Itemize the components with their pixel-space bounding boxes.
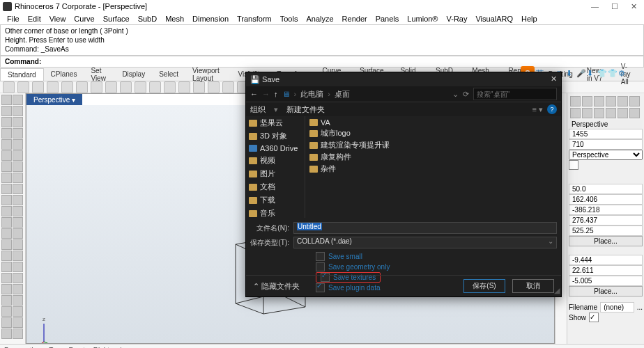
panel-icon[interactable] bbox=[570, 96, 581, 106]
panel-icon[interactable] bbox=[606, 96, 616, 106]
tool-icon[interactable] bbox=[13, 173, 23, 183]
file-VA[interactable]: VA bbox=[307, 118, 560, 127]
nav-dropdown-button[interactable]: ⌄ bbox=[452, 90, 459, 99]
tool-icon[interactable] bbox=[13, 150, 23, 161]
file-list[interactable]: VA城市logo建筑渲染专项提升课康复构件杂件 bbox=[305, 116, 561, 218]
tool-icon[interactable] bbox=[1, 239, 12, 250]
tree-视频[interactable]: 视频 bbox=[246, 154, 305, 167]
menu-tools[interactable]: Tools bbox=[276, 15, 302, 23]
wallpaper-show-checkbox[interactable]: ✓ bbox=[589, 313, 599, 322]
tool-icon[interactable] bbox=[13, 139, 23, 150]
file-康复构件[interactable]: 康复构件 bbox=[307, 151, 560, 163]
tool-icon[interactable] bbox=[13, 251, 23, 261]
panel-icon[interactable] bbox=[618, 108, 628, 118]
minimize-button[interactable]: — bbox=[591, 2, 599, 11]
tool-icon[interactable] bbox=[1, 139, 12, 150]
help-button[interactable]: ? bbox=[547, 104, 557, 114]
nav-forward-button[interactable]: → bbox=[262, 90, 270, 98]
new-folder-button[interactable]: 新建文件夹 bbox=[286, 104, 325, 115]
tool-icon[interactable] bbox=[1, 284, 12, 294]
menu-analyze[interactable]: Analyze bbox=[302, 15, 337, 23]
menu-transform[interactable]: Transform bbox=[233, 15, 276, 23]
menu-help[interactable]: Help bbox=[517, 15, 542, 23]
tool-icon[interactable] bbox=[1, 295, 12, 306]
tool-icon[interactable] bbox=[13, 95, 23, 105]
tool-icon[interactable] bbox=[1, 150, 12, 161]
browse-button[interactable]: ... bbox=[637, 303, 643, 311]
tool-icon[interactable] bbox=[1, 228, 12, 239]
menu-v-ray[interactable]: V-Ray bbox=[442, 15, 471, 23]
tool-icon[interactable] bbox=[13, 284, 23, 294]
tab-display[interactable]: Display bbox=[115, 68, 152, 80]
tool-icon[interactable] bbox=[13, 117, 23, 127]
menu-file[interactable]: File bbox=[3, 15, 24, 23]
menu-view[interactable]: View bbox=[45, 15, 70, 23]
tool-icon[interactable] bbox=[13, 106, 23, 116]
tool-icon[interactable] bbox=[13, 217, 23, 228]
tool-icon[interactable] bbox=[1, 161, 12, 172]
close-button[interactable]: ✕ bbox=[631, 2, 637, 11]
menu-mesh[interactable]: Mesh bbox=[161, 15, 188, 23]
tree-文档[interactable]: 文档 bbox=[246, 180, 305, 193]
toolbar-icon[interactable] bbox=[3, 81, 15, 93]
tool-icon[interactable] bbox=[13, 273, 23, 283]
panel-icon[interactable] bbox=[594, 96, 604, 106]
view-button[interactable]: ≡ ▾ bbox=[532, 105, 543, 114]
viewport-tab-perspective[interactable]: Perspective▾ bbox=[26, 94, 82, 105]
tree-音乐[interactable]: 音乐 bbox=[246, 207, 305, 218]
tool-icon[interactable] bbox=[13, 239, 23, 250]
option-save-geometry-only[interactable]: Save geometry only bbox=[316, 262, 561, 272]
tool-icon[interactable] bbox=[1, 262, 12, 272]
tool-icon[interactable] bbox=[13, 262, 23, 272]
organize-button[interactable]: 组织 bbox=[250, 104, 266, 115]
tool-icon[interactable] bbox=[13, 161, 23, 172]
tool-icon[interactable] bbox=[13, 228, 23, 239]
toolbar-icon[interactable] bbox=[61, 81, 73, 93]
resize-grip-icon[interactable]: ◢ bbox=[554, 286, 560, 295]
tool-icon[interactable] bbox=[1, 106, 12, 116]
toolbar-icon[interactable] bbox=[149, 81, 161, 93]
tree-A360 Drive[interactable]: A360 Drive bbox=[246, 143, 305, 154]
panel-icon[interactable] bbox=[570, 108, 581, 118]
toolbar-icon[interactable] bbox=[120, 81, 132, 93]
menu-edit[interactable]: Edit bbox=[24, 15, 45, 23]
breadcrumb-pc[interactable]: 此电脑 bbox=[300, 89, 323, 100]
tool-icon[interactable] bbox=[1, 217, 12, 228]
file-建筑渲染专项提升课[interactable]: 建筑渲染专项提升课 bbox=[307, 139, 560, 151]
panel-icon[interactable] bbox=[606, 108, 616, 118]
breadcrumb-desktop[interactable]: 桌面 bbox=[335, 89, 350, 100]
tree-下载[interactable]: 下载 bbox=[246, 193, 305, 207]
menu-curve[interactable]: Curve bbox=[70, 15, 98, 23]
menu-lumion®[interactable]: Lumion® bbox=[403, 15, 442, 23]
tool-icon[interactable] bbox=[1, 306, 12, 317]
toolbar-icon[interactable] bbox=[17, 81, 29, 93]
tool-icon[interactable] bbox=[1, 95, 12, 105]
panel-icon[interactable] bbox=[594, 108, 604, 118]
folder-tree[interactable]: 坚果云3D 对象A360 Drive视频图片文档下载音乐桌面 bbox=[246, 116, 305, 218]
tool-icon[interactable] bbox=[13, 184, 23, 194]
refresh-button[interactable]: ⟳ bbox=[463, 90, 469, 99]
nav-up-button[interactable]: ↑ bbox=[274, 90, 278, 98]
tab-viewport-layout[interactable]: Viewport Layout bbox=[185, 65, 231, 84]
file-杂件[interactable]: 杂件 bbox=[307, 163, 560, 175]
maximize-button[interactable]: ☐ bbox=[611, 2, 618, 11]
tool-icon[interactable] bbox=[13, 128, 23, 139]
tab-cplanes[interactable]: CPlanes bbox=[44, 68, 84, 80]
toolbar-icon[interactable] bbox=[47, 81, 59, 93]
projection-select[interactable]: Perspective bbox=[569, 150, 643, 160]
tool-icon[interactable] bbox=[1, 273, 12, 283]
tool-icon[interactable] bbox=[1, 184, 12, 194]
option-save-small[interactable]: Save small bbox=[316, 251, 561, 262]
tool-icon[interactable] bbox=[1, 251, 12, 261]
panel-icon[interactable] bbox=[582, 96, 592, 106]
save-button[interactable]: 保存(S) bbox=[463, 279, 505, 293]
tool-icon[interactable] bbox=[13, 306, 23, 317]
tree-坚果云[interactable]: 坚果云 bbox=[246, 116, 305, 129]
tool-icon[interactable] bbox=[13, 195, 23, 205]
tree-3D 对象[interactable]: 3D 对象 bbox=[246, 129, 305, 143]
tool-icon[interactable] bbox=[1, 173, 12, 183]
tool-icon[interactable] bbox=[13, 206, 23, 216]
toolbar-icon[interactable] bbox=[32, 81, 44, 93]
menu-render[interactable]: Render bbox=[338, 15, 371, 23]
tool-icon[interactable] bbox=[13, 317, 23, 328]
